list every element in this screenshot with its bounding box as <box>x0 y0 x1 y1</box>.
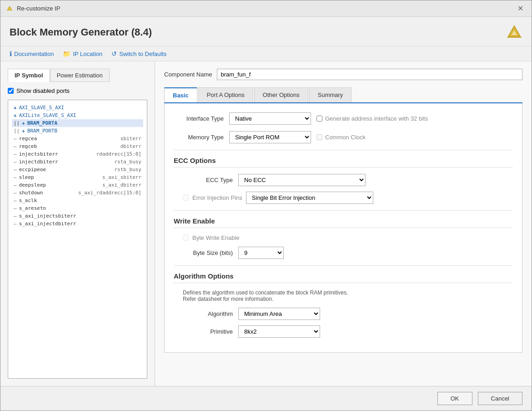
main-content: IP Symbol Power Estimation Show disabled… <box>0 61 532 386</box>
error-injection-row: Error Injection Pins Single Bit Error In… <box>174 192 513 204</box>
window-title: Re-customize IP <box>17 5 60 12</box>
tab-other-options[interactable]: Other Options <box>254 87 308 102</box>
tab-power-estimation[interactable]: Power Estimation <box>50 69 110 82</box>
title-bar-left: Re-customize IP <box>6 5 60 12</box>
error-injection-select[interactable]: Single Bit Error Injection Double Bit Er… <box>246 192 373 204</box>
ecc-type-label: ECC Type <box>174 177 233 183</box>
list-item: —sleep s_axi_sbiterr <box>12 173 143 181</box>
write-enable-header: Write Enable <box>174 217 513 228</box>
list-item: —injectsbiterr rdaddrecc[15:0] <box>12 150 143 158</box>
list-item: —deepsleep s_axi_dbiterr <box>12 181 143 189</box>
show-disabled-row: Show disabled ports <box>8 87 147 94</box>
component-name-row: Component Name <box>164 69 522 80</box>
ip-location-link[interactable]: 📁 IP Location <box>63 50 102 57</box>
primitive-label: Primitive <box>174 328 233 335</box>
list-item-bram-porta: ||+BRAM_PORTA <box>12 119 143 127</box>
documentation-link[interactable]: ℹ Documentation <box>10 50 54 57</box>
ecc-section-header: ECC Options <box>174 157 513 167</box>
list-item: —s_aresetn <box>12 204 143 212</box>
list-item: —s_axi_injectdbiterr <box>12 220 143 228</box>
tab-port-a-options[interactable]: Port A Options <box>198 87 253 102</box>
algorithm-desc-line1: Defines the algorithm used to concatenat… <box>183 289 513 296</box>
refresh-icon: ↺ <box>111 50 117 57</box>
ip-location-label: IP Location <box>73 51 102 57</box>
byte-size-label: Byte Size (bits) <box>174 249 233 256</box>
app-title: Block Memory Generator (8.4) <box>10 26 152 38</box>
tab-basic[interactable]: Basic <box>164 87 197 102</box>
component-name-input[interactable] <box>217 69 523 80</box>
left-panel: IP Symbol Power Estimation Show disabled… <box>0 61 155 386</box>
ok-button[interactable]: OK <box>437 392 472 405</box>
byte-write-row: Byte Write Enable <box>174 234 513 241</box>
interface-type-select[interactable]: Native AXI4 AXI4Lite <box>229 112 311 125</box>
byte-write-checkbox[interactable] <box>183 235 189 241</box>
byte-size-select[interactable]: 9 8 <box>238 247 284 259</box>
panel-tabs: IP Symbol Power Estimation <box>8 69 147 82</box>
toolbar: ℹ Documentation 📁 IP Location ↺ Switch t… <box>0 46 532 61</box>
list-item: —regcea sbiterr <box>12 135 143 142</box>
algorithm-section-header: Algorithm Options <box>174 272 513 283</box>
error-injection-checkbox[interactable] <box>183 195 189 201</box>
algorithm-select[interactable]: Minimum Area Low Power Fixed Primitives <box>238 308 320 320</box>
algorithm-desc-line2: Refer datasheet for more information. <box>183 296 513 302</box>
title-bar: Re-customize IP ✕ <box>0 0 532 17</box>
generate-address-row: Generate address interface with 32 bits <box>316 115 428 122</box>
ecc-type-select[interactable]: No ECC Hamming ECC SEC/DED ECC <box>238 174 366 186</box>
common-clock-checkbox[interactable] <box>316 134 322 140</box>
byte-write-label: Byte Write Enable <box>192 234 240 241</box>
ecc-type-row: ECC Type No ECC Hamming ECC SEC/DED ECC <box>174 174 513 186</box>
error-injection-label: Error Injection Pins <box>192 194 242 201</box>
algorithm-row: Algorithm Minimum Area Low Power Fixed P… <box>174 308 513 320</box>
list-item: —shutdown s_axi_rdaddrecc[15:0] <box>12 189 143 197</box>
documentation-label: Documentation <box>14 51 54 57</box>
algorithm-label: Algorithm <box>174 310 233 317</box>
app-icon <box>6 5 13 12</box>
list-item: —regceb dbiterr <box>12 142 143 150</box>
info-icon: ℹ <box>10 50 12 57</box>
primitive-select[interactable]: 8kx2 16kx1 2kx8 <box>238 325 320 338</box>
switch-defaults-link[interactable]: ↺ Switch to Defaults <box>111 50 166 57</box>
memory-type-select[interactable]: Single Port ROM Simple Dual Port RAM Tru… <box>229 131 311 143</box>
primitive-row: Primitive 8kx2 16kx1 2kx8 <box>174 325 513 338</box>
vivado-logo <box>506 24 522 41</box>
tabs-row: Basic Port A Options Other Options Summa… <box>164 87 522 103</box>
algorithm-desc: Defines the algorithm used to concatenat… <box>174 289 513 302</box>
interface-type-label: Interface Type <box>174 115 224 122</box>
switch-defaults-label: Switch to Defaults <box>119 51 166 57</box>
close-button[interactable]: ✕ <box>515 3 526 14</box>
list-item: —s_axi_injectsbiterr <box>12 212 143 220</box>
header: Block Memory Generator (8.4) <box>0 17 532 46</box>
generate-address-label: Generate address interface with 32 bits <box>325 115 428 122</box>
common-clock-row: Common Clock <box>316 134 366 141</box>
symbol-box: +AXI_SLAVE_S_AXI +AXILite_SLAVE_S_AXI ||… <box>8 100 147 379</box>
tab-ip-symbol[interactable]: IP Symbol <box>8 69 50 82</box>
show-disabled-label: Show disabled ports <box>16 87 70 94</box>
list-item: +AXI_SLAVE_S_AXI <box>12 104 143 112</box>
folder-icon: 📁 <box>63 50 70 57</box>
list-item: —injectdbiterr rsta_busy <box>12 158 143 166</box>
tab-summary[interactable]: Summary <box>309 87 352 102</box>
list-item-bram-portb: ||+BRAM_PORTB <box>12 127 143 135</box>
memory-type-row: Memory Type Single Port ROM Simple Dual … <box>174 131 513 143</box>
list-item: +AXILite_SLAVE_S_AXI <box>12 112 143 119</box>
main-window: Re-customize IP ✕ Block Memory Generator… <box>0 0 532 411</box>
interface-type-row: Interface Type Native AXI4 AXI4Lite Gene… <box>174 112 513 125</box>
right-panel: Component Name Basic Port A Options Othe… <box>155 61 532 386</box>
tab-basic-content: Interface Type Native AXI4 AXI4Lite Gene… <box>164 103 522 353</box>
generate-address-checkbox[interactable] <box>316 116 322 122</box>
list-item: —eccpipeoe rstb_busy <box>12 166 143 173</box>
byte-size-row: Byte Size (bits) 9 8 <box>174 247 513 259</box>
common-clock-label: Common Clock <box>325 134 366 141</box>
show-disabled-checkbox[interactable] <box>8 88 14 94</box>
memory-type-label: Memory Type <box>174 134 224 141</box>
cancel-button[interactable]: Cancel <box>478 392 522 405</box>
component-name-label: Component Name <box>164 71 212 78</box>
footer: OK Cancel <box>0 386 532 411</box>
list-item: —s_aclk <box>12 197 143 204</box>
